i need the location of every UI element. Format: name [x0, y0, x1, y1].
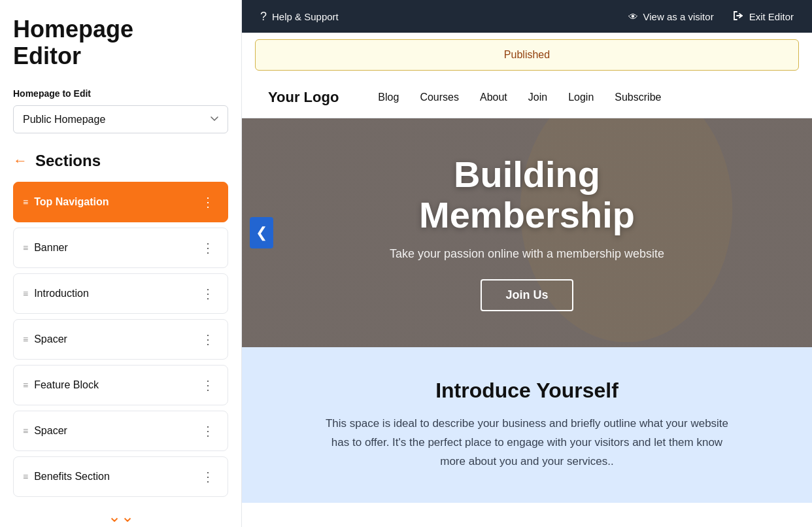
- site-nav: Your Logo Blog Courses About Join Login …: [242, 77, 812, 118]
- section-item-banner[interactable]: ≡ Banner ⋮: [13, 228, 228, 268]
- section-menu-button[interactable]: ⋮: [197, 239, 218, 257]
- nav-link-about[interactable]: About: [480, 92, 507, 103]
- nav-link-join[interactable]: Join: [528, 92, 547, 103]
- hero-cta-button[interactable]: Join Us: [481, 279, 573, 311]
- intro-title: Introduce Yourself: [281, 379, 773, 403]
- section-name: Feature Block: [34, 379, 99, 391]
- hero-banner: ❮ Building Membership Take your passion …: [242, 118, 812, 347]
- drag-icon: ≡: [23, 243, 27, 253]
- sections-title: Sections: [35, 152, 101, 170]
- nav-link-blog[interactable]: Blog: [378, 92, 399, 103]
- drag-icon: ≡: [23, 471, 27, 482]
- left-panel: Homepage Editor Homepage to Edit Public …: [0, 0, 242, 527]
- section-menu-button[interactable]: ⋮: [197, 284, 218, 303]
- section-name: Banner: [34, 242, 68, 254]
- top-bar: ? Help & Support 👁 View as a visitor Exi…: [242, 0, 812, 33]
- section-menu-button[interactable]: ⋮: [197, 193, 218, 211]
- section-item-benefits-section[interactable]: ≡ Benefits Section ⋮: [13, 456, 228, 497]
- hero-prev-button[interactable]: ❮: [250, 217, 273, 248]
- back-arrow-icon[interactable]: ←: [13, 152, 27, 169]
- exit-icon: [732, 10, 744, 24]
- visitor-icon: 👁: [628, 11, 638, 22]
- view-as-visitor-button[interactable]: 👁 View as a visitor: [628, 11, 714, 22]
- scroll-hint: ⌄⌄: [13, 507, 228, 526]
- drag-icon: ≡: [23, 197, 27, 207]
- section-list: ≡ Top Navigation ⋮ ≡ Banner ⋮ ≡ Introduc…: [13, 182, 228, 502]
- help-support-link[interactable]: Help & Support: [272, 11, 339, 22]
- section-item-spacer-2[interactable]: ≡ Spacer ⋮: [13, 411, 228, 451]
- nav-link-subscribe[interactable]: Subscribe: [615, 92, 661, 103]
- section-name: Spacer: [34, 425, 67, 437]
- right-panel: ? Help & Support 👁 View as a visitor Exi…: [242, 0, 812, 527]
- hero-title: Building Membership: [419, 154, 635, 235]
- site-logo: Your Logo: [268, 89, 339, 106]
- section-item-spacer-1[interactable]: ≡ Spacer ⋮: [13, 319, 228, 360]
- section-menu-button[interactable]: ⋮: [197, 330, 218, 348]
- exit-editor-button[interactable]: Exit Editor: [732, 10, 794, 24]
- section-name: Top Navigation: [34, 196, 109, 208]
- section-menu-button[interactable]: ⋮: [197, 376, 218, 394]
- hero-subtitle: Take your passion online with a membersh…: [390, 247, 664, 261]
- preview-area: Your Logo Blog Courses About Join Login …: [242, 77, 812, 527]
- homepage-label: Homepage to Edit: [13, 88, 228, 99]
- drag-icon: ≡: [23, 380, 27, 390]
- section-item-feature-block[interactable]: ≡ Feature Block ⋮: [13, 365, 228, 405]
- exit-label: Exit Editor: [749, 11, 794, 22]
- section-name: Introduction: [34, 288, 89, 299]
- section-menu-button[interactable]: ⋮: [197, 468, 218, 486]
- nav-link-login[interactable]: Login: [568, 92, 594, 103]
- nav-link-courses[interactable]: Courses: [420, 92, 459, 103]
- scroll-down-icon: ⌄⌄: [108, 507, 134, 526]
- help-icon: ?: [260, 10, 267, 24]
- app-title: Homepage Editor: [13, 16, 228, 70]
- section-name: Benefits Section: [34, 471, 110, 483]
- homepage-select[interactable]: Public Homepage: [13, 105, 228, 133]
- visitor-label: View as a visitor: [643, 11, 714, 22]
- published-text: Published: [504, 49, 550, 60]
- section-item-introduction[interactable]: ≡ Introduction ⋮: [13, 273, 228, 314]
- intro-text: This space is ideal to describe your bus…: [318, 415, 736, 471]
- drag-icon: ≡: [23, 288, 27, 299]
- drag-icon: ≡: [23, 426, 27, 436]
- published-banner: Published: [255, 39, 799, 71]
- site-nav-links: Blog Courses About Join Login Subscribe: [378, 92, 786, 103]
- section-menu-button[interactable]: ⋮: [197, 422, 218, 440]
- section-item-top-navigation[interactable]: ≡ Top Navigation ⋮: [13, 182, 228, 222]
- intro-section: Introduce Yourself This space is ideal t…: [242, 347, 812, 503]
- drag-icon: ≡: [23, 334, 27, 345]
- section-name: Spacer: [34, 333, 67, 345]
- sections-header: ← Sections: [13, 152, 228, 170]
